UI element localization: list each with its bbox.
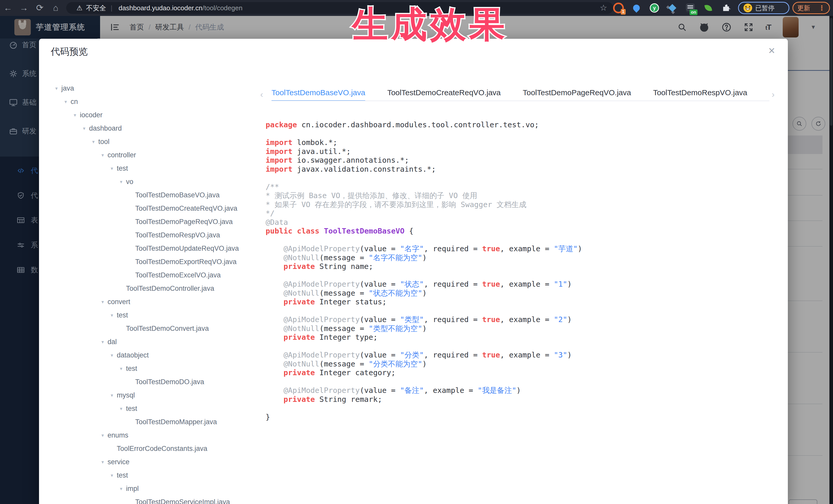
tree-file[interactable]: ToolTestDemoUpdateReqVO.java	[39, 242, 260, 255]
tree-folder[interactable]: ▾enums	[39, 429, 260, 442]
code-file-tab[interactable]: ToolTestDemoBaseVO.java	[271, 88, 365, 101]
extension-script-badge: on	[690, 9, 697, 15]
tree-file[interactable]: ToolTestDemoRespVO.java	[39, 229, 260, 242]
extension-gem[interactable]	[667, 2, 678, 14]
tree-file[interactable]: ToolTestDemoDO.java	[39, 375, 260, 388]
tree-expand-caret-icon[interactable]: ▾	[109, 312, 115, 318]
tree-file[interactable]: ToolTestDemoMapper.java	[39, 415, 260, 429]
tree-file[interactable]: ToolTestDemoController.java	[39, 282, 260, 295]
tree-expand-caret-icon[interactable]: ▾	[54, 86, 59, 91]
browser-update-button[interactable]: 更新 ⋮	[792, 2, 830, 14]
tree-folder[interactable]: ▾dashboard	[39, 122, 260, 135]
tree-folder[interactable]: ▾test	[39, 402, 260, 415]
code-file-tab[interactable]: ToolTestDemoRespVO.java	[653, 88, 747, 101]
code-line: @ApiModelProperty(value = "类型", required…	[266, 315, 779, 324]
tree-folder[interactable]: ▾impl	[39, 482, 260, 495]
tree-folder[interactable]: ▾tool	[39, 135, 260, 148]
tree-expand-caret-icon[interactable]: ▾	[119, 486, 124, 492]
code-line: public class ToolTestDemoBaseVO {	[266, 226, 779, 236]
tree-expand-caret-icon[interactable]: ▾	[119, 406, 124, 412]
tree-file[interactable]: ToolTestDemoBaseVO.java	[39, 188, 260, 202]
tree-folder[interactable]: ▾controller	[39, 148, 260, 162]
extension-blue-pin[interactable]	[631, 2, 642, 14]
tree-file[interactable]: ToolTestDemoExportReqVO.java	[39, 255, 260, 268]
extensions-puzzle[interactable]	[721, 2, 732, 14]
tree-node-label: service	[108, 458, 129, 466]
tree-folder[interactable]: ▾service	[39, 455, 260, 469]
tree-expand-caret-icon[interactable]: ▾	[91, 139, 96, 145]
browser-menu-icon[interactable]: ⋮	[818, 4, 825, 12]
extension-orange-ring[interactable]: 1	[613, 2, 624, 14]
tree-file[interactable]: ToolTestDemoCreateReqVO.java	[39, 202, 260, 215]
extension-script[interactable]: on	[685, 2, 696, 14]
tree-expand-caret-icon[interactable]: ▾	[119, 366, 124, 371]
tree-expand-caret-icon[interactable]: ▾	[81, 125, 87, 131]
tree-expand-caret-icon[interactable]: ▾	[109, 166, 115, 171]
address-bar[interactable]: ⚠ 不安全 | dashboard.yudao.iocoder.cn/tool/…	[66, 2, 613, 14]
tree-node-label: ToolTestDemoCreateReqVO.java	[135, 205, 237, 213]
extension-gem-glyph	[668, 4, 676, 12]
tabs-next-icon[interactable]: ›	[772, 89, 775, 99]
code-line	[266, 236, 779, 244]
tree-folder[interactable]: ▾dataobject	[39, 349, 260, 362]
bookmark-star-icon[interactable]: ☆	[600, 0, 607, 16]
code-line: package cn.iocoder.dashboard.modules.too…	[266, 120, 779, 129]
tree-folder[interactable]: ▾cn	[39, 95, 260, 108]
tree-folder[interactable]: ▾test	[39, 162, 260, 175]
tree-expand-caret-icon[interactable]: ▾	[119, 179, 124, 185]
code-line: @ApiModelProperty(value = "状态", required…	[266, 280, 779, 289]
tree-file[interactable]: ToolTestDemoExcelVO.java	[39, 268, 260, 282]
tree-node-label: iocoder	[80, 111, 103, 119]
tree-expand-caret-icon[interactable]: ▾	[100, 432, 105, 438]
tree-expand-caret-icon[interactable]: ▾	[109, 352, 115, 358]
tree-expand-caret-icon[interactable]: ▾	[100, 299, 105, 305]
tree-folder[interactable]: ▾mysql	[39, 388, 260, 402]
paused-emoji-icon	[743, 4, 752, 12]
code-file-tab[interactable]: ToolTestDemoCreateReqVO.java	[387, 88, 501, 101]
tree-folder[interactable]: ▾test	[39, 309, 260, 322]
tree-file[interactable]: ToolErrorCodeConstants.java	[39, 442, 260, 455]
browser-home-icon[interactable]: ⌂	[49, 0, 62, 16]
tree-folder[interactable]: ▾vo	[39, 175, 260, 188]
extension-green-circle[interactable]: y	[649, 2, 660, 14]
tree-folder[interactable]: ▾test	[39, 362, 260, 375]
tree-folder[interactable]: ▾convert	[39, 295, 260, 309]
code-line: private String name;	[266, 262, 779, 271]
code-line: */	[266, 209, 779, 218]
paused-profile-chip[interactable]: 已暂停	[738, 2, 789, 14]
tree-folder[interactable]: ▾dal	[39, 335, 260, 349]
tree-file[interactable]: ToolTestDemoConvert.java	[39, 322, 260, 335]
tree-expand-caret-icon[interactable]: ▾	[109, 392, 115, 398]
tree-folder[interactable]: ▾iocoder	[39, 108, 260, 122]
code-line: private String remark;	[266, 395, 779, 404]
browser-back-icon[interactable]: ←	[2, 0, 15, 16]
tabs-prev-icon[interactable]: ‹	[260, 89, 263, 99]
tree-file[interactable]: ToolTestDemoServiceImpl.java	[39, 495, 260, 504]
extension-leaf[interactable]	[703, 2, 714, 14]
tree-expand-caret-icon[interactable]: ▾	[100, 152, 105, 158]
close-icon[interactable]: ×	[768, 45, 775, 56]
tree-expand-caret-icon[interactable]: ▾	[63, 99, 68, 105]
file-tree: ▾java▾cn▾iocoder▾dashboard▾tool▾controll…	[39, 81, 260, 504]
code-line: @ApiModelProperty(value = "分类", required…	[266, 351, 779, 360]
tree-node-label: test	[126, 405, 137, 413]
url-path: /tool/codegen	[203, 4, 242, 12]
tree-expand-caret-icon[interactable]: ▾	[72, 112, 77, 118]
tree-folder[interactable]: ▾test	[39, 469, 260, 482]
tree-node-label: ToolTestDemoBaseVO.java	[135, 191, 220, 199]
tree-expand-caret-icon[interactable]: ▾	[100, 339, 105, 345]
browser-reload-icon[interactable]: ⟳	[33, 0, 46, 16]
tree-node-label: ToolTestDemoDO.java	[135, 378, 204, 386]
extension-leaf-glyph	[705, 4, 712, 12]
tree-node-label: impl	[126, 485, 139, 493]
tree-expand-caret-icon[interactable]: ▾	[109, 473, 115, 478]
code-line: import io.swagger.annotations.*;	[266, 156, 779, 165]
tree-node-label: ToolTestDemoConvert.java	[126, 325, 209, 333]
tree-expand-caret-icon[interactable]: ▾	[100, 459, 105, 465]
code-file-tab[interactable]: ToolTestDemoPageReqVO.java	[523, 88, 631, 101]
security-label[interactable]: 不安全	[86, 4, 106, 13]
browser-forward-icon[interactable]: →	[18, 0, 30, 16]
tree-node-label: test	[117, 472, 128, 479]
tree-file[interactable]: ToolTestDemoPageReqVO.java	[39, 215, 260, 229]
tree-folder[interactable]: ▾java	[39, 81, 260, 95]
